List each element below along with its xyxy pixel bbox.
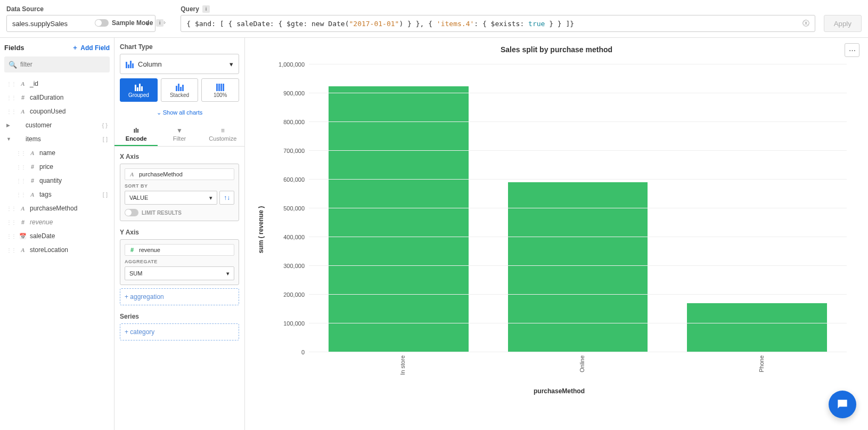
aggregate-label: AGGREGATE bbox=[125, 259, 234, 264]
field-purchaseMethod[interactable]: ⋮⋮ApurchaseMethod bbox=[4, 201, 110, 215]
tab-filter[interactable]: ▼Filter bbox=[158, 123, 201, 146]
grouped-icon bbox=[135, 83, 143, 91]
drag-handle-icon: ⋮⋮ bbox=[6, 206, 16, 212]
y-tick-label: 200,000 bbox=[283, 291, 309, 298]
type-badge: [ ] bbox=[103, 191, 108, 198]
tab-customize[interactable]: ≡Customize bbox=[201, 123, 244, 146]
field-name: storeLocation bbox=[30, 246, 68, 254]
subtype-stacked[interactable]: Stacked bbox=[161, 78, 199, 102]
fields-list: ⋮⋮A_id⋮⋮#callDuration⋮⋮AcouponUsed▶custo… bbox=[4, 77, 110, 257]
type-icon: A bbox=[19, 80, 27, 87]
field-name: quantity bbox=[39, 177, 62, 184]
limit-results-toggle[interactable] bbox=[125, 209, 138, 216]
field-tags[interactable]: ⋮⋮Atags[ ] bbox=[4, 188, 110, 201]
x-axis-box[interactable]: A purchaseMethod SORT BY VALUE ▾ ↑↓ LIMI… bbox=[120, 164, 239, 221]
drag-handle-icon: ⋮⋮ bbox=[16, 164, 26, 170]
fields-filter[interactable]: 🔍 bbox=[4, 56, 110, 72]
field-customer[interactable]: ▶customer{ } bbox=[4, 118, 110, 132]
field-name: customer bbox=[26, 121, 52, 129]
field-name: tags bbox=[39, 191, 52, 198]
show-all-charts-link[interactable]: ⌄ Show all charts bbox=[120, 106, 239, 123]
field-couponUsed[interactable]: ⋮⋮AcouponUsed bbox=[4, 104, 110, 118]
filter-icon: ▼ bbox=[176, 127, 183, 134]
x-axis-section: X Axis A purchaseMethod SORT BY VALUE ▾ … bbox=[120, 153, 239, 221]
x-tick-label: Phone bbox=[755, 352, 765, 372]
drag-handle-icon: ⋮⋮ bbox=[6, 220, 16, 225]
chart-menu-button[interactable]: ⋯ bbox=[845, 43, 859, 57]
y-axis-box[interactable]: # revenue AGGREGATE SUM ▾ bbox=[120, 239, 239, 285]
add-category-button[interactable]: + category bbox=[120, 323, 239, 340]
config-tabs: ılıEncode ▼Filter ≡Customize bbox=[114, 123, 244, 147]
query-label: Query i bbox=[181, 5, 815, 13]
drag-handle-icon: ⋮⋮ bbox=[6, 95, 16, 101]
search-icon: 🔍 bbox=[9, 61, 17, 69]
aggregate-select[interactable]: SUM ▾ bbox=[125, 266, 234, 280]
data-source-value: sales.supplySales bbox=[12, 20, 68, 28]
info-icon[interactable]: i bbox=[156, 19, 163, 27]
chart-area: ⋯ Sales split by purchase method sum ( r… bbox=[245, 38, 868, 430]
type-badge: [ ] bbox=[103, 136, 108, 142]
type-icon: A bbox=[19, 247, 27, 253]
drag-handle-icon: ⋮⋮ bbox=[16, 192, 26, 198]
fields-filter-input[interactable] bbox=[20, 61, 105, 68]
field-quantity[interactable]: ⋮⋮#quantity bbox=[4, 174, 110, 188]
query-section: Query i { $and: [ { saleDate: { $gte: ne… bbox=[181, 5, 815, 32]
field-price[interactable]: ⋮⋮#price bbox=[4, 160, 110, 174]
field-_id[interactable]: ⋮⋮A_id bbox=[4, 77, 110, 91]
field-name: name bbox=[39, 149, 55, 157]
series-label: Series bbox=[120, 313, 239, 320]
field-storeLocation[interactable]: ⋮⋮AstoreLocation bbox=[4, 243, 110, 257]
y-axis-field-chip[interactable]: # revenue bbox=[125, 244, 234, 256]
field-name: revenue bbox=[30, 218, 53, 226]
sort-by-select[interactable]: VALUE ▾ bbox=[125, 191, 217, 205]
caret-icon: ▼ bbox=[6, 136, 12, 142]
query-input[interactable]: { $and: [ { saleDate: { $gte: new Date("… bbox=[181, 15, 815, 32]
chart-type-select[interactable]: Column ▾ bbox=[120, 54, 239, 74]
type-icon: A bbox=[29, 150, 36, 156]
grid-line bbox=[309, 352, 847, 352]
customize-icon: ≡ bbox=[221, 127, 225, 134]
percent-icon bbox=[216, 83, 224, 91]
bar-slot: Online bbox=[488, 64, 668, 352]
sort-by-label: SORT BY bbox=[125, 183, 234, 189]
field-name: couponUsed bbox=[30, 108, 65, 115]
x-axis-field-chip[interactable]: A purchaseMethod bbox=[125, 168, 234, 180]
sample-mode-toggle[interactable] bbox=[95, 19, 109, 27]
field-name: items bbox=[26, 135, 41, 143]
tab-encode[interactable]: ılıEncode bbox=[114, 123, 158, 146]
field-items[interactable]: ▼items[ ] bbox=[4, 132, 110, 146]
column-chart-icon bbox=[126, 60, 134, 68]
y-tick-label: 1,000,000 bbox=[279, 61, 309, 68]
field-revenue[interactable]: ⋮⋮#revenue bbox=[4, 215, 110, 229]
chevron-down-icon: ⌄ bbox=[157, 109, 163, 116]
main: Fields ＋ Add Field 🔍 ⋮⋮A_id⋮⋮#callDurati… bbox=[0, 38, 868, 430]
clear-query-icon[interactable]: ⓧ bbox=[803, 19, 809, 28]
field-saleDate[interactable]: ⋮⋮📅saleDate bbox=[4, 229, 110, 243]
caret-icon: ▶ bbox=[6, 123, 12, 128]
apply-button[interactable]: Apply bbox=[824, 15, 862, 32]
bar-slot: Phone bbox=[667, 64, 847, 352]
subtype-grouped[interactable]: Grouped bbox=[120, 78, 158, 102]
subtype-100[interactable]: 100% bbox=[201, 78, 239, 102]
add-aggregation-button[interactable]: + aggregation bbox=[120, 288, 239, 305]
y-tick-label: 0 bbox=[301, 349, 309, 355]
bar-slot: In store bbox=[309, 64, 488, 352]
plus-icon: ＋ bbox=[72, 43, 78, 52]
sort-direction-button[interactable]: ↑↓ bbox=[219, 191, 234, 205]
bar-in-store[interactable] bbox=[329, 86, 469, 353]
y-tick-label: 700,000 bbox=[283, 148, 309, 154]
add-field-button[interactable]: ＋ Add Field bbox=[72, 43, 110, 52]
type-icon: # bbox=[29, 177, 36, 184]
y-tick-label: 900,000 bbox=[283, 90, 309, 96]
field-callDuration[interactable]: ⋮⋮#callDuration bbox=[4, 91, 110, 104]
chat-fab[interactable] bbox=[829, 391, 856, 418]
fields-title: Fields bbox=[4, 44, 24, 52]
grid-line bbox=[309, 64, 847, 64]
data-source-section: Data Source sales.supplySales ▾ bbox=[6, 5, 155, 32]
field-name[interactable]: ⋮⋮Aname bbox=[4, 146, 110, 160]
x-tick-label: Online bbox=[576, 352, 585, 372]
bar-phone[interactable] bbox=[687, 303, 827, 352]
info-icon[interactable]: i bbox=[202, 5, 210, 13]
query-text: { $and: [ { saleDate: { $gte: new Date("… bbox=[186, 20, 798, 28]
drag-handle-icon: ⋮⋮ bbox=[6, 233, 16, 239]
